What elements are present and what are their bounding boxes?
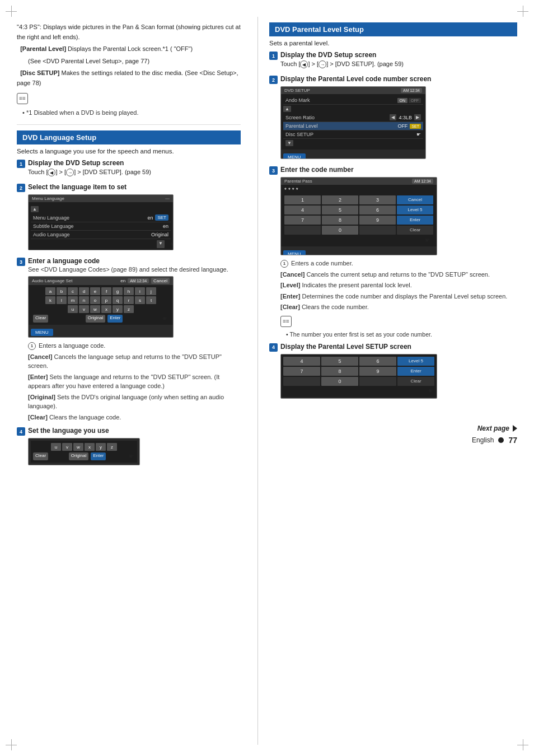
parental-pass-menu-btn[interactable]: MENU	[283, 250, 306, 255]
bottom-level-key[interactable]: Level 5	[397, 357, 434, 366]
num-9[interactable]: 9	[359, 216, 396, 225]
ratio-right-btn[interactable]: ▶	[414, 114, 421, 120]
footnote-1: *1 Disabled when a DVD is being played.	[22, 108, 241, 118]
num-6[interactable]: 6	[359, 206, 396, 214]
lang-scroll-up[interactable]: ▲	[31, 206, 39, 212]
key-a[interactable]: a	[45, 287, 55, 295]
audio-enter-btn[interactable]: Enter	[107, 315, 123, 323]
lang-select-screen-container: Menu Language ▲ Menu Language en SET	[28, 194, 241, 250]
right-step-num-3: 3	[269, 166, 278, 175]
dvd-scroll-down[interactable]: ▼	[285, 140, 293, 146]
step-1-touch: Touch [◀] > [→] > [DVD SETUP]. (page 59)	[28, 169, 241, 176]
bottom-enter-key[interactable]: Enter	[397, 367, 434, 376]
small-key-v[interactable]: v	[62, 443, 72, 451]
on-btn[interactable]: ON	[397, 98, 408, 103]
parental-bottom-screen: 4 5 6 Level 5 7 8 9 Enter 0	[280, 354, 437, 399]
key-k[interactable]: k	[45, 296, 55, 304]
parental-pass-screen-container: Parental Pass AM 12:34 **** 1 2	[280, 177, 517, 255]
key-f[interactable]: f	[101, 287, 111, 295]
audio-lang-value: Original	[151, 232, 168, 237]
step-num-4: 4	[17, 427, 25, 436]
bottom-clear-key[interactable]: Clear	[397, 377, 434, 386]
num-4[interactable]: 4	[284, 206, 321, 214]
key-e[interactable]: e	[90, 287, 100, 295]
bottom-num-7[interactable]: 7	[283, 367, 320, 376]
num-3[interactable]: 3	[359, 195, 396, 204]
key-l[interactable]: l	[57, 296, 67, 304]
next-page-area: Next page	[477, 424, 517, 432]
small-key-u[interactable]: u	[51, 443, 61, 451]
key-t[interactable]: t	[146, 296, 156, 304]
dvd-setup-body: Ando Mark ON OFF ▲	[281, 94, 425, 150]
num-8[interactable]: 8	[322, 216, 358, 225]
parental-level-label: [Parental Level]	[20, 45, 66, 52]
key-j[interactable]: j	[146, 287, 156, 295]
bottom-num-9[interactable]: 9	[359, 367, 396, 376]
key-p[interactable]: p	[101, 296, 111, 304]
key-s[interactable]: s	[135, 296, 145, 304]
num-0[interactable]: 0	[322, 226, 358, 235]
bottom-num-8[interactable]: 8	[321, 367, 358, 376]
bottom-num-5[interactable]: 5	[321, 357, 358, 366]
dvd-parental-setup-section: DVD Parental Level Setup Sets a parental…	[269, 22, 517, 402]
dvd-scroll-up[interactable]: ▲	[283, 106, 291, 112]
audio-cancel-btn[interactable]: Cancel	[151, 278, 170, 284]
key-c[interactable]: c	[68, 287, 78, 295]
dvd-setup-screen: DVD SETUP AM 12:34 Ando Mark ON OFF	[280, 86, 426, 159]
key-g[interactable]: g	[113, 287, 123, 295]
key-x[interactable]: x	[101, 305, 111, 313]
audio-clear-btn[interactable]: Clear	[33, 315, 48, 323]
small-enter-btn[interactable]: Enter	[91, 452, 106, 460]
right-step-3-title: Enter the code number	[280, 166, 517, 174]
audio-lang-current: en	[120, 278, 125, 283]
small-right-btns: Original Enter	[69, 452, 106, 460]
audio-original-btn[interactable]: Original	[86, 315, 106, 323]
bottom-num-4[interactable]: 4	[283, 357, 320, 366]
step-num-3: 3	[17, 258, 25, 266]
key-w[interactable]: w	[90, 305, 100, 313]
screen-ratio-value-area: ◀ 4:3LB ▶	[390, 114, 421, 120]
off-btn[interactable]: OFF	[409, 98, 421, 103]
set-btn[interactable]: SET	[155, 214, 168, 221]
key-n[interactable]: n	[79, 296, 89, 304]
key-i[interactable]: i	[135, 287, 145, 295]
key-b[interactable]: b	[57, 287, 67, 295]
dvd-setup-menu-btn[interactable]: MENU	[283, 153, 306, 159]
cancel-key[interactable]: Cancel	[397, 195, 433, 204]
num-5[interactable]: 5	[322, 206, 358, 214]
key-q[interactable]: q	[113, 296, 123, 304]
num-empty-left	[284, 226, 321, 235]
desc-cancel: [Cancel] Cancels the language setup and …	[28, 352, 241, 371]
num-2[interactable]: 2	[322, 195, 358, 204]
small-key-z[interactable]: z	[107, 443, 117, 451]
bottom-num-0[interactable]: 0	[321, 377, 358, 386]
on-off-buttons: ON OFF	[397, 98, 421, 103]
level-key[interactable]: Level 5	[397, 206, 433, 214]
bottom-num-6[interactable]: 6	[359, 357, 396, 366]
enter-key[interactable]: Enter	[397, 216, 433, 225]
small-clear-btn[interactable]: Clear	[33, 452, 48, 460]
key-r[interactable]: r	[124, 296, 134, 304]
lang-row-menu: Menu Language en SET	[31, 213, 171, 222]
key-y[interactable]: y	[113, 305, 123, 313]
num-1[interactable]: 1	[284, 195, 321, 204]
audio-menu-btn[interactable]: MENU	[31, 329, 53, 336]
small-original-btn[interactable]: Original	[69, 452, 89, 460]
small-key-y[interactable]: y	[96, 443, 106, 451]
small-key-x[interactable]: x	[85, 443, 95, 451]
key-m[interactable]: m	[68, 296, 78, 304]
audio-lang-footer-btns: Clear Original Enter ☛	[31, 315, 171, 323]
key-h[interactable]: h	[124, 287, 134, 295]
menu-lang-value-area: en SET	[147, 214, 168, 221]
key-z[interactable]: z	[124, 305, 134, 313]
key-o[interactable]: o	[90, 296, 100, 304]
key-v[interactable]: v	[79, 305, 89, 313]
clear-key[interactable]: Clear	[397, 226, 433, 235]
num-7[interactable]: 7	[284, 216, 321, 225]
parental-bottom-numpad: 4 5 6 Level 5 7 8 9 Enter 0	[283, 357, 434, 386]
lang-scroll-down[interactable]: ▼	[157, 240, 165, 248]
key-d[interactable]: d	[79, 287, 89, 295]
small-key-w[interactable]: w	[73, 443, 83, 451]
ratio-left-btn[interactable]: ◀	[390, 114, 396, 120]
key-u[interactable]: u	[68, 305, 78, 313]
